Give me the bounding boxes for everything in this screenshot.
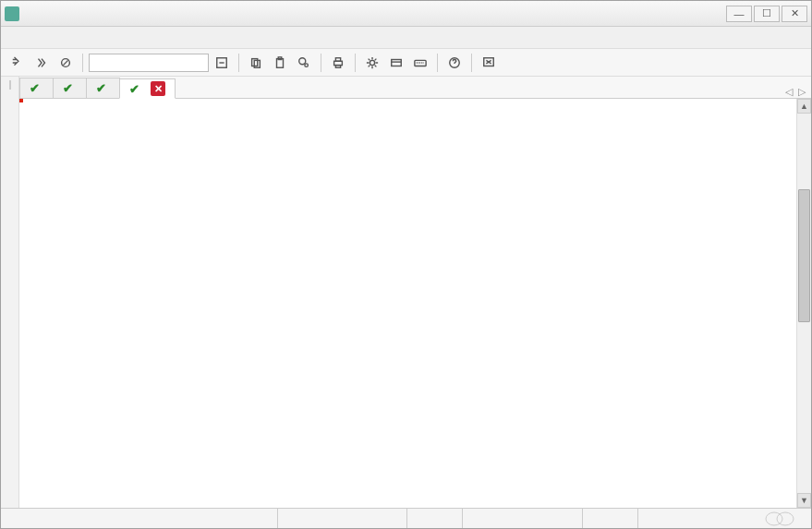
tab-pc1[interactable]: ✔ [53, 78, 87, 98]
svg-point-11 [370, 60, 374, 65]
status-size [463, 509, 583, 528]
session-options-icon[interactable] [385, 52, 407, 74]
scroll-down-icon[interactable]: ▼ [797, 493, 811, 508]
menu-tools[interactable] [119, 36, 134, 40]
tab-r1[interactable]: ✔ [19, 78, 54, 98]
copy-icon[interactable] [245, 52, 267, 74]
maximize-button[interactable]: ☐ [754, 6, 780, 22]
menu-window[interactable] [138, 36, 152, 40]
menu-options[interactable] [64, 36, 79, 40]
tab-next-icon[interactable]: ▷ [798, 86, 806, 98]
tab-pc2[interactable]: ✔ [86, 78, 120, 98]
svg-rect-9 [335, 57, 340, 61]
session-manager-tab[interactable] [9, 80, 11, 90]
terminal-output[interactable] [19, 99, 796, 508]
status-telnet [278, 509, 407, 528]
menu-edit[interactable] [27, 36, 42, 40]
tab-r2[interactable]: ✔✕ [119, 78, 176, 99]
print-icon[interactable] [327, 52, 349, 74]
menu-view[interactable] [45, 36, 60, 40]
check-icon: ✔ [96, 81, 106, 95]
connect-go-icon[interactable] [211, 52, 233, 74]
svg-point-7 [305, 63, 309, 66]
watermark-logo [756, 509, 811, 528]
close-button[interactable]: ✕ [782, 6, 807, 22]
tab-strip: ✔ ✔ ✔ ✔✕ ◁ ▷ [19, 77, 811, 99]
window-titlebar: — ☐ ✕ [1, 1, 811, 27]
vertical-scrollbar[interactable]: ▲ ▼ [796, 99, 811, 508]
settings-icon[interactable] [361, 52, 383, 74]
toolbar [1, 49, 811, 77]
side-panel[interactable] [1, 77, 19, 508]
minimize-button[interactable]: — [726, 6, 752, 22]
app-icon [5, 6, 19, 21]
svg-rect-10 [335, 65, 340, 67]
check-icon: ✔ [63, 81, 73, 95]
check-icon: ✔ [30, 81, 40, 95]
xserver-icon[interactable] [478, 52, 500, 74]
paste-icon[interactable] [269, 52, 291, 74]
find-icon[interactable] [293, 52, 315, 74]
host-input[interactable] [89, 54, 209, 72]
menu-script[interactable] [101, 36, 115, 40]
menu-transfer[interactable] [82, 36, 97, 40]
menu-help[interactable] [156, 36, 171, 40]
status-cursor [407, 509, 463, 528]
svg-point-17 [777, 512, 794, 525]
scroll-up-icon[interactable]: ▲ [797, 99, 811, 114]
scroll-track[interactable] [797, 114, 811, 493]
close-tab-icon[interactable]: ✕ [151, 81, 165, 96]
check-icon: ✔ [129, 82, 139, 96]
status-emulation [583, 509, 638, 528]
reconnect-icon[interactable] [30, 52, 53, 74]
keyboard-icon[interactable] [409, 52, 431, 74]
disconnect-icon[interactable] [55, 52, 77, 74]
menu-file[interactable] [8, 36, 23, 40]
svg-rect-12 [392, 59, 402, 66]
menu-bar [1, 27, 811, 49]
status-ready [1, 509, 278, 528]
scroll-thumb[interactable] [798, 189, 810, 322]
quick-connect-icon[interactable] [6, 52, 29, 74]
status-bar [1, 508, 811, 528]
svg-point-6 [299, 57, 306, 64]
help-icon[interactable] [443, 52, 466, 74]
tab-prev-icon[interactable]: ◁ [785, 86, 793, 98]
